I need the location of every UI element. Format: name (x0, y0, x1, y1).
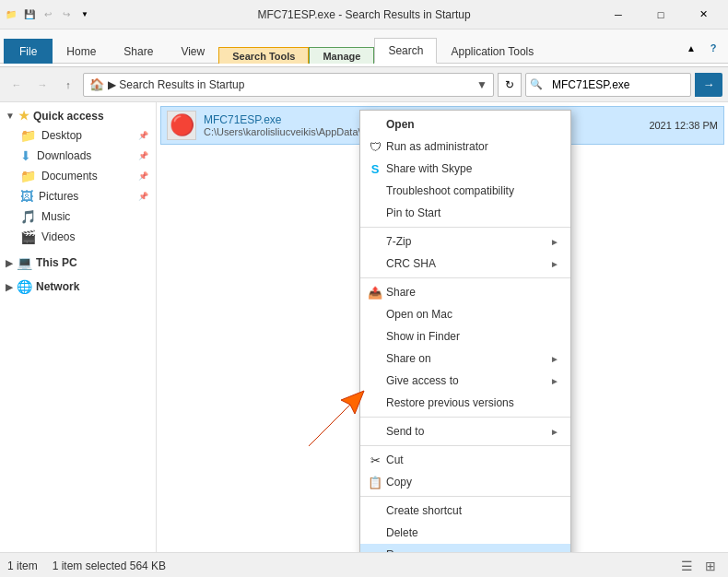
search-go-button[interactable]: → (695, 73, 722, 97)
redo-icon[interactable]: ↪ (59, 7, 74, 22)
details-view-button[interactable]: ☰ (676, 556, 697, 576)
tab-view[interactable]: View (167, 39, 218, 64)
selected-info: 1 item selected 564 KB (53, 559, 166, 572)
ctx-open-label: Open (386, 118, 415, 131)
desktop-folder-icon: 📁 (20, 128, 36, 143)
separator-5 (360, 496, 570, 497)
desktop-pin-icon: 📌 (138, 131, 148, 140)
ctx-open[interactable]: Open (360, 113, 570, 135)
refresh-button[interactable]: ↻ (498, 73, 522, 97)
quick-save-icon[interactable]: 💾 (22, 7, 37, 22)
ctx-send-to-label: Send to (386, 425, 424, 438)
title-bar-icons: 📁 💾 ↩ ↪ ▼ (4, 7, 92, 22)
breadcrumb-home-icon: 🏠 (89, 77, 104, 91)
tab-search[interactable]: Search (374, 38, 437, 64)
forward-button[interactable]: → (31, 73, 53, 97)
tab-file[interactable]: File (4, 39, 53, 64)
context-menu: Open 🛡 Run as administrator S Share with… (359, 110, 571, 552)
address-dropdown-icon[interactable]: ▼ (476, 78, 487, 91)
thispc-label: This PC (36, 256, 77, 269)
copy-icon: 📋 (368, 476, 382, 489)
ctx-rename[interactable]: Rename (360, 544, 570, 552)
separator-2 (360, 277, 570, 278)
ctx-share-on-label: Share on (386, 352, 431, 365)
main-area: ▼ ★ Quick access 📁 Desktop 📌 ⬇ Downloads… (0, 102, 728, 552)
tab-application-tools[interactable]: Application Tools (437, 39, 547, 64)
tab-home[interactable]: Home (53, 39, 110, 64)
back-button[interactable]: ← (6, 73, 28, 97)
content-area: fish.. 🔴 MFC71ESP.exe C:\Users\karolisli… (157, 102, 728, 552)
pictures-pin-icon: 📌 (138, 192, 148, 201)
ctx-run-admin[interactable]: 🛡 Run as administrator (360, 135, 570, 158)
separator-3 (360, 417, 570, 418)
ctx-copy[interactable]: 📋 Copy (360, 471, 570, 493)
ribbon-collapse-btn[interactable]: ▲ (680, 33, 702, 63)
share-icon: 📤 (368, 286, 382, 300)
sidebar-item-downloads[interactable]: ⬇ Downloads 📌 (0, 146, 156, 166)
sidebar-item-documents[interactable]: 📁 Documents 📌 (0, 166, 156, 186)
ctx-troubleshoot[interactable]: Troubleshoot compatibility (360, 180, 570, 202)
ctx-share-skype-label: Share with Skype (386, 162, 472, 175)
app-icon: 📁 (4, 7, 18, 22)
sidebar-item-desktop[interactable]: 📁 Desktop 📌 (0, 125, 156, 146)
ctx-create-shortcut-label: Create shortcut (386, 504, 462, 517)
breadcrumb: ▶ Search Results in Startup (108, 78, 473, 91)
ribbon-help-btn[interactable]: ? (702, 33, 724, 63)
ctx-show-finder[interactable]: Show in Finder (360, 325, 570, 347)
file-type-icon: 🔴 (170, 113, 194, 137)
minimize-button[interactable]: ─ (597, 0, 640, 29)
network-collapse-icon: ▶ (6, 282, 13, 292)
ctx-show-finder-label: Show in Finder (386, 330, 460, 343)
network-icon: 🌐 (17, 279, 32, 294)
sidebar-section-thispc[interactable]: ▶ 💻 This PC (0, 253, 156, 273)
ctx-7zip[interactable]: 7-Zip ► (360, 230, 570, 253)
large-icons-view-button[interactable]: ⊞ (700, 556, 721, 576)
share-on-arrow-icon: ► (550, 354, 559, 364)
close-button[interactable]: ✕ (682, 0, 724, 29)
address-bar[interactable]: 🏠 ▶ Search Results in Startup ▼ (83, 73, 494, 97)
ctx-create-shortcut[interactable]: Create shortcut (360, 500, 570, 522)
ctx-crc-sha[interactable]: CRC SHA ► (360, 253, 570, 275)
thispc-collapse-icon: ▶ (6, 258, 13, 268)
svg-marker-0 (309, 391, 364, 446)
tab-share[interactable]: Share (110, 39, 167, 64)
title-bar: 📁 💾 ↩ ↪ ▼ MFC71ESP.exe - Search Results … (0, 0, 728, 29)
ctx-send-to[interactable]: Send to ► (360, 420, 570, 442)
tab-search-tools[interactable]: Search Tools (218, 47, 309, 64)
status-bar: 1 item 1 item selected 564 KB ☰ ⊞ (0, 552, 728, 577)
quick-access-star-icon: ★ (18, 109, 29, 123)
documents-label: Documents (41, 170, 98, 183)
shield-icon: 🛡 (368, 140, 382, 154)
ribbon-tabs: File Home Share View Search Tools Manage… (0, 29, 728, 63)
ctx-give-access[interactable]: Give access to ► (360, 370, 570, 392)
ctx-share-label: Share (386, 286, 416, 299)
ctx-pin-start[interactable]: Pin to Start (360, 202, 570, 224)
ctx-restore-versions[interactable]: Restore previous versions (360, 392, 570, 414)
ctx-delete-label: Delete (386, 526, 418, 539)
collapse-icon: ▼ (6, 111, 15, 121)
tab-manage[interactable]: Manage (309, 47, 374, 64)
ctx-share[interactable]: 📤 Share (360, 281, 570, 303)
sidebar-item-music[interactable]: 🎵 Music (0, 206, 156, 227)
file-large-icon: 🔴 (167, 111, 196, 140)
ctx-cut[interactable]: ✂ Cut (360, 449, 570, 471)
dropdown-icon[interactable]: ▼ (77, 7, 92, 22)
ctx-share-skype[interactable]: S Share with Skype (360, 158, 570, 180)
sidebar-item-pictures[interactable]: 🖼 Pictures 📌 (0, 186, 156, 206)
sidebar-section-quick-access[interactable]: ▼ ★ Quick access (0, 106, 156, 125)
sidebar-item-videos[interactable]: 🎬 Videos (0, 227, 156, 247)
downloads-pin-icon: 📌 (138, 151, 148, 160)
videos-label: Videos (41, 230, 75, 243)
up-button[interactable]: ↑ (57, 73, 79, 97)
undo-icon[interactable]: ↩ (41, 7, 55, 22)
maximize-button[interactable]: □ (640, 0, 682, 29)
search-icon: 🔍 (526, 78, 546, 90)
ctx-delete[interactable]: Delete (360, 522, 570, 544)
desktop-label: Desktop (41, 129, 82, 142)
pictures-folder-icon: 🖼 (20, 189, 33, 204)
ctx-share-on[interactable]: Share on ► (360, 347, 570, 370)
search-input[interactable] (546, 78, 696, 91)
sidebar-section-network[interactable]: ▶ 🌐 Network (0, 277, 156, 297)
ctx-open-mac[interactable]: Open on Mac (360, 303, 570, 325)
ctx-pin-start-label: Pin to Start (386, 206, 440, 219)
